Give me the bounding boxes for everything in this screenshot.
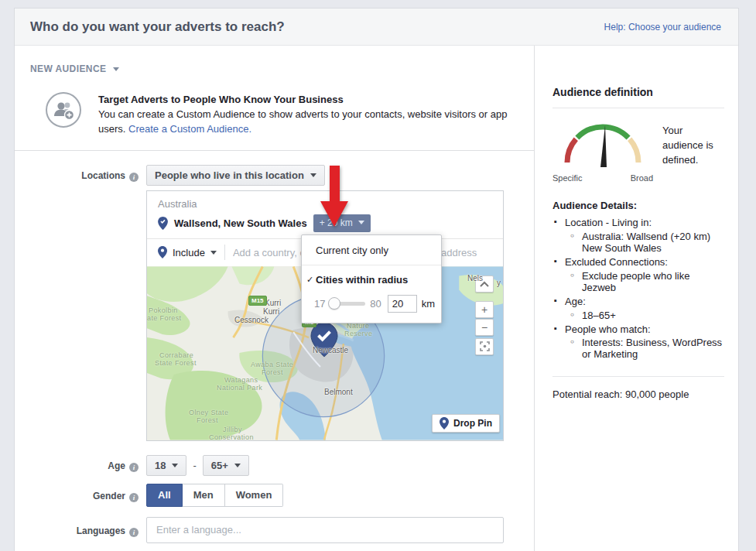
radius-value: + 20 km bbox=[320, 217, 353, 228]
gender-option-men[interactable]: Men bbox=[183, 484, 225, 507]
info-icon[interactable]: i bbox=[129, 528, 139, 537]
map-pin-icon bbox=[440, 417, 449, 430]
page-title: Who do you want your adverts to reach? bbox=[30, 19, 285, 35]
drop-pin-button[interactable]: Drop Pin bbox=[432, 414, 500, 433]
age-range-dash: - bbox=[193, 460, 196, 471]
location-country: Australia bbox=[147, 191, 503, 210]
detail-sub-item: Exclude people who like Jezweb bbox=[565, 271, 724, 294]
audience-panel: Who do you want your adverts to reach? H… bbox=[14, 8, 739, 551]
slider-max-label: 80 bbox=[370, 298, 381, 310]
gauge-label-broad: Broad bbox=[631, 173, 653, 183]
chevron-down-icon bbox=[234, 464, 241, 467]
chevron-down-icon bbox=[210, 251, 217, 255]
radius-slider[interactable] bbox=[330, 302, 365, 306]
detail-sub-item: Australia: Wallsend (+20 km) New South W… bbox=[565, 231, 724, 255]
age-label: Agei bbox=[15, 455, 146, 476]
info-icon[interactable]: i bbox=[129, 173, 139, 182]
audience-status: Your audience is defined. bbox=[662, 124, 724, 183]
menu-item-current-city[interactable]: Current city only bbox=[302, 235, 441, 265]
age-min-dropdown[interactable]: 18 bbox=[146, 455, 186, 476]
location-mode-dropdown[interactable]: People who live in this location bbox=[146, 165, 325, 186]
chevron-down-icon bbox=[358, 221, 364, 224]
zoom-in-button[interactable]: + bbox=[475, 301, 494, 318]
chevron-down-icon bbox=[113, 67, 119, 71]
detail-sub-item: Interests: Business, WordPress or Market… bbox=[565, 337, 724, 361]
detail-item: Location - Living in: Australia: Wallsen… bbox=[552, 217, 724, 255]
gauge-needle bbox=[600, 125, 607, 167]
panel-header: Who do you want your adverts to reach? H… bbox=[15, 9, 738, 46]
menu-item-cities-within-radius[interactable]: ✓ Cities within radius bbox=[302, 265, 441, 287]
separator bbox=[224, 245, 225, 260]
help-link[interactable]: Help: Choose your audience bbox=[604, 22, 721, 33]
center-pin-button[interactable] bbox=[475, 338, 494, 355]
detail-item: Age: 18–65+ bbox=[552, 296, 724, 322]
age-max-dropdown[interactable]: 65+ bbox=[203, 455, 249, 476]
detail-item: People who match: Interests: Business, W… bbox=[552, 324, 724, 361]
intro-title: Target Adverts to People Who Know Your B… bbox=[98, 94, 516, 105]
selected-location: Wallsend, New South Wales bbox=[174, 217, 307, 229]
slider-min-label: 17 bbox=[314, 298, 325, 310]
detail-item: Excluded Connections: Exclude people who… bbox=[552, 257, 724, 294]
menu-item-label: Cities within radius bbox=[316, 274, 408, 286]
detail-sub-item: 18–65+ bbox=[565, 310, 724, 322]
check-icon: ✓ bbox=[306, 275, 316, 285]
location-mode-value: People who live in this location bbox=[155, 169, 304, 181]
radius-slider-row: 17 80 km bbox=[302, 287, 441, 323]
divider bbox=[552, 108, 724, 108]
radius-value-input[interactable] bbox=[388, 295, 417, 313]
audience-definition-panel: Audience definition Specific Broad Your bbox=[534, 46, 738, 551]
include-dropdown[interactable]: Include bbox=[173, 247, 205, 258]
collapse-map-button[interactable] bbox=[475, 276, 494, 293]
info-icon[interactable]: i bbox=[129, 493, 139, 502]
language-input[interactable] bbox=[146, 517, 504, 543]
divider bbox=[552, 376, 724, 377]
custom-audience-intro: Target Adverts to People Who Know Your B… bbox=[46, 92, 534, 137]
age-min-value: 18 bbox=[155, 460, 166, 471]
radius-unit-label: km bbox=[422, 298, 435, 310]
intro-body: You can create a Custom Audience to show… bbox=[98, 108, 516, 137]
new-audience-label: NEW AUDIENCE bbox=[30, 63, 106, 74]
gauge-label-specific: Specific bbox=[552, 173, 583, 183]
chevron-down-icon bbox=[310, 173, 316, 177]
age-max-value: 65+ bbox=[211, 460, 228, 471]
audience-definition-title: Audience definition bbox=[552, 86, 724, 98]
audience-gauge: Specific Broad bbox=[552, 118, 653, 183]
drop-pin-label: Drop Pin bbox=[453, 418, 492, 429]
locations-label: Locationsi bbox=[15, 165, 146, 441]
slider-handle[interactable] bbox=[328, 297, 340, 310]
section-divider bbox=[15, 150, 534, 151]
gender-toggle-group: All Men Women bbox=[146, 484, 283, 507]
info-icon[interactable]: i bbox=[129, 463, 139, 472]
audience-details-list: Location - Living in: Australia: Wallsen… bbox=[552, 217, 724, 361]
create-custom-audience-link[interactable]: Create a Custom Audience. bbox=[128, 123, 251, 135]
map-pin-icon bbox=[158, 246, 167, 258]
audience-details-title: Audience Details: bbox=[552, 200, 724, 211]
radius-dropdown-button[interactable]: + 20 km bbox=[313, 214, 371, 232]
zoom-out-button[interactable]: − bbox=[475, 319, 494, 336]
chevron-down-icon bbox=[172, 464, 178, 467]
gender-option-women[interactable]: Women bbox=[225, 484, 284, 507]
potential-reach: Potential reach: 90,000 people bbox=[552, 388, 724, 400]
radius-popup: Current city only ✓ Cities within radius… bbox=[301, 234, 442, 323]
languages-label: Languagesi bbox=[15, 517, 146, 543]
gender-label: Genderi bbox=[15, 484, 146, 507]
custom-audience-icon bbox=[46, 92, 81, 128]
map-pin-icon bbox=[158, 217, 168, 230]
targeting-form: NEW AUDIENCE Target Adverts to People W bbox=[15, 46, 534, 551]
gender-option-all[interactable]: All bbox=[146, 484, 183, 507]
dropped-pin-icon[interactable] bbox=[310, 322, 339, 358]
new-audience-selector[interactable]: NEW AUDIENCE bbox=[30, 63, 119, 74]
